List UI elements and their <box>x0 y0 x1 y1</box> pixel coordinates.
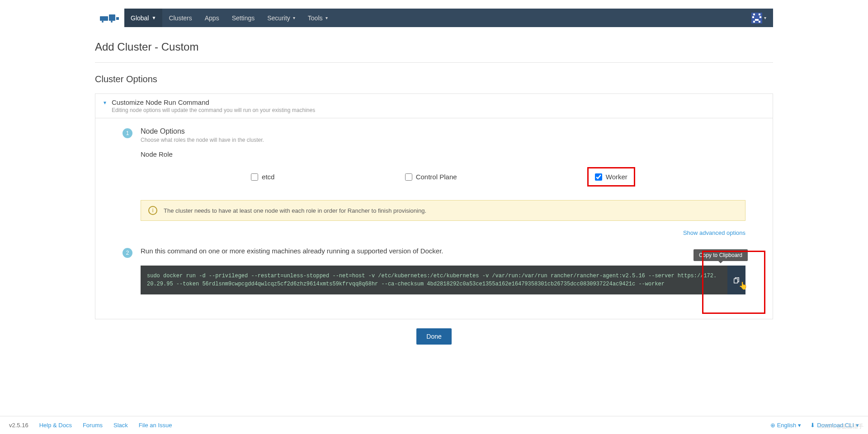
chevron-down-icon: ▾ <box>326 15 328 20</box>
step-2: 2 Run this command on one or more existi… <box>123 247 745 294</box>
section-title: Cluster Options <box>95 63 773 93</box>
role-worker[interactable]: Worker <box>595 173 627 181</box>
clipboard-icon <box>733 276 740 284</box>
panel-header[interactable]: ▼ Customize Node Run Command Editing nod… <box>95 94 773 118</box>
user-avatar-icon <box>751 13 762 23</box>
control-plane-checkbox[interactable] <box>405 173 412 181</box>
nav-global[interactable]: Global▼ <box>124 9 162 27</box>
svg-rect-6 <box>753 14 755 15</box>
chevron-down-icon: ▼ <box>151 15 156 20</box>
svg-rect-0 <box>100 16 108 21</box>
nav-apps[interactable]: Apps <box>198 9 226 27</box>
panel-subtitle: Editing node options will update the com… <box>112 107 315 113</box>
step-1-badge: 1 <box>123 128 132 138</box>
role-etcd[interactable]: etcd <box>251 167 274 187</box>
provisioning-alert: i The cluster needs to have at least one… <box>141 200 745 221</box>
disclosure-triangle-icon: ▼ <box>103 100 107 105</box>
step-1: 1 Node Options Choose what roles the nod… <box>123 127 745 236</box>
worker-highlight-box: Worker <box>587 167 635 187</box>
svg-rect-14 <box>734 279 738 283</box>
nav-security[interactable]: Security▾ <box>261 9 302 27</box>
show-advanced-link[interactable]: Show advanced options <box>683 229 745 236</box>
alert-text: The cluster needs to have at least one n… <box>164 207 426 214</box>
step-2-badge: 2 <box>123 248 132 258</box>
step-1-subtitle: Choose what roles the node will have in … <box>141 137 745 143</box>
info-icon: i <box>148 206 157 215</box>
svg-rect-2 <box>116 17 119 20</box>
svg-rect-7 <box>759 14 760 15</box>
top-navbar: Global▼ Clusters Apps Settings Security▾… <box>95 9 773 27</box>
rancher-logo[interactable] <box>95 9 124 27</box>
etcd-checkbox[interactable] <box>251 173 258 181</box>
svg-rect-12 <box>759 21 760 23</box>
nav-settings[interactable]: Settings <box>226 9 261 27</box>
chevron-down-icon: ▾ <box>764 15 766 20</box>
role-control-plane[interactable]: Control Plane <box>405 167 457 187</box>
customize-node-panel: ▼ Customize Node Run Command Editing nod… <box>95 93 773 319</box>
svg-rect-8 <box>752 16 754 18</box>
worker-checkbox[interactable] <box>595 173 602 181</box>
step-2-text: Run this command on one or more existing… <box>141 247 745 255</box>
nav-tools[interactable]: Tools▾ <box>302 9 334 27</box>
docker-command[interactable]: sudo docker run -d --privileged --restar… <box>141 266 745 294</box>
nav-clusters[interactable]: Clusters <box>162 9 198 27</box>
panel-title: Customize Node Run Command <box>112 98 315 106</box>
svg-point-3 <box>102 21 104 23</box>
svg-point-4 <box>111 21 113 23</box>
node-role-label: Node Role <box>141 150 745 158</box>
nav-user-menu[interactable]: ▾ <box>751 13 773 23</box>
svg-rect-10 <box>755 19 759 21</box>
step-1-title: Node Options <box>141 127 745 135</box>
svg-rect-9 <box>760 16 761 18</box>
svg-rect-1 <box>109 14 115 21</box>
svg-rect-11 <box>753 21 755 23</box>
copy-to-clipboard-button[interactable] <box>727 266 745 294</box>
chevron-down-icon: ▾ <box>293 15 295 20</box>
page-title: Add Cluster - Custom <box>95 27 773 63</box>
copy-tooltip: Copy to Clipboard <box>693 249 748 261</box>
done-button[interactable]: Done <box>416 328 451 345</box>
